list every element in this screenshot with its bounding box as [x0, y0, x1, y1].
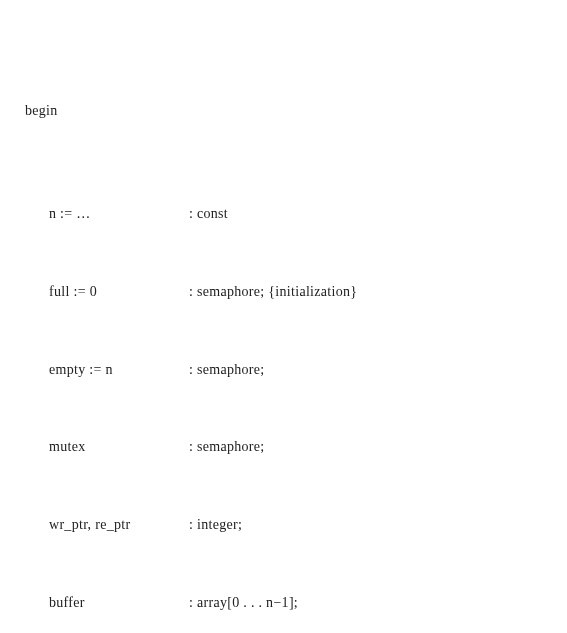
decl-name: full := 0: [49, 279, 189, 305]
decl-type: : const: [189, 201, 228, 227]
decl-type: : semaphore; {initialization}: [189, 279, 357, 305]
decl-row: empty := n : semaphore;: [25, 357, 542, 383]
decl-row: n := … : const: [25, 201, 542, 227]
decl-name: empty := n: [49, 357, 189, 383]
code-document: begin n := … : const full := 0 : semapho…: [25, 20, 542, 633]
line-begin: begin: [25, 98, 542, 124]
decl-row: wr_ptr, re_ptr : integer;: [25, 512, 542, 538]
decl-type: : semaphore;: [189, 434, 265, 460]
decl-type: : semaphore;: [189, 357, 265, 383]
decl-row: full := 0 : semaphore; {initialization}: [25, 279, 542, 305]
decl-name: n := …: [49, 201, 189, 227]
decl-type: : array[0 . . . n−1];: [189, 590, 298, 616]
decl-name: wr_ptr, re_ptr: [49, 512, 189, 538]
decl-name: buffer: [49, 590, 189, 616]
decl-row: mutex : semaphore;: [25, 434, 542, 460]
decl-row: buffer : array[0 . . . n−1];: [25, 590, 542, 616]
decl-name: mutex: [49, 434, 189, 460]
decl-type: : integer;: [189, 512, 242, 538]
